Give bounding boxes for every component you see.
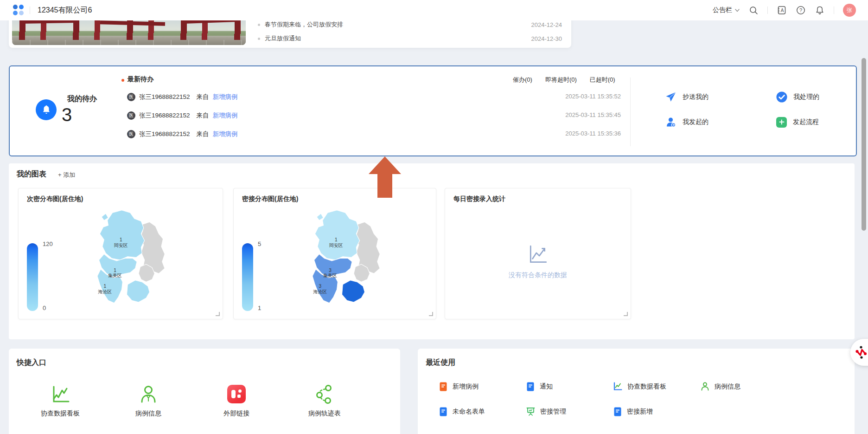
todo-row-link[interactable]: 新增病例 (213, 130, 238, 138)
company-title: 12345有限公司6 (38, 6, 92, 15)
quick-item-dashboard[interactable]: 协查数据看板 (32, 383, 88, 418)
empty-text: 没有符合条件的数据 (445, 271, 631, 279)
chart-card-mijie-map: 密接分布图(居住地) 5 1 1 同安区 3 集美区 3 (233, 188, 436, 319)
chart-card-cimi-map: 次密分布图(居住地) 120 0 1 同安区 1 集美区 1 (18, 188, 223, 319)
legend-min: 1 (258, 304, 261, 311)
top-bar: 12345有限公司6 公告栏 A ? 张 (0, 0, 868, 20)
my-todo-card: 我的待办 3 最新待办 医 张三19688822152 来自 新增病例 医 张三… (9, 65, 857, 156)
legend-max: 5 (258, 240, 261, 247)
map-value-label: 3 (329, 268, 332, 273)
todo-bell-icon (36, 99, 57, 120)
todo-count[interactable]: 3 (62, 104, 72, 125)
recent-title: 最近使用 (426, 358, 455, 368)
map-islet (102, 214, 108, 220)
map-name-label: 集美区 (108, 273, 122, 278)
search-icon[interactable] (748, 5, 759, 15)
todo-row[interactable]: 医 张三19688822152 来自 新增病例 (127, 130, 238, 139)
map-region-siming (127, 280, 149, 302)
send-icon (665, 91, 677, 103)
add-chart-button[interactable]: + 添加 (58, 171, 75, 179)
resize-handle-icon[interactable] (429, 312, 433, 316)
doc-blue-icon (526, 382, 535, 392)
chart-title: 次密分布图(居住地) (27, 195, 83, 203)
divider (30, 6, 30, 14)
check-circle-icon (776, 91, 787, 103)
todo-row[interactable]: 医 张三19688822152 来自 新增病例 (127, 111, 238, 120)
tab-timed-out[interactable]: 已超时(0) (590, 76, 615, 84)
resize-handle-icon[interactable] (216, 312, 220, 316)
todo-row-time: 2025-03-11 15:35:45 (542, 111, 621, 118)
map-islet (317, 214, 324, 220)
quick-entry-title: 快捷入口 (17, 358, 46, 368)
todo-app-badge-icon: 医 (127, 93, 135, 101)
notice-title: 春节假期来临，公司放假安排 (265, 20, 343, 29)
bullet-icon (258, 24, 260, 26)
recent-item-contact-mgmt[interactable]: 密接管理 (526, 407, 566, 416)
todo-app-badge-icon: 医 (127, 111, 135, 120)
chart-card-daily-stats: 每日密接录入统计 没有符合条件的数据 (445, 188, 631, 319)
todo-row-link[interactable]: 新增病例 (213, 111, 238, 120)
quick-item-track-table[interactable]: 病例轨迹表 (297, 383, 352, 418)
todo-row-name: 张三19688822152 (139, 111, 190, 120)
legend-min: 0 (43, 304, 46, 311)
divider (767, 6, 768, 14)
notice-list: 春节假期来临，公司放假安排 2024-12-24 元旦放假通知 2024-12-… (258, 18, 562, 45)
tab-about-to-timeout[interactable]: 即将超时(0) (545, 76, 577, 84)
map-name-label: 海沧区 (313, 289, 327, 294)
recent-item-unnamed-form[interactable]: 未命名表单 (439, 407, 485, 417)
doc-orange-icon (439, 382, 448, 392)
banner-photo[interactable] (12, 17, 246, 45)
help-icon[interactable]: ? (796, 5, 806, 15)
notice-date: 2024-12-24 (531, 21, 562, 28)
announcement-dropdown[interactable]: 公告栏 (713, 6, 740, 14)
network-logo-icon (855, 346, 868, 359)
board-green-icon (526, 407, 536, 416)
app-logo-icon[interactable] (13, 5, 24, 15)
todo-row-link[interactable]: 新增病例 (213, 93, 238, 101)
map-name-label: 同安区 (329, 243, 343, 248)
recent-item-notice[interactable]: 通知 (526, 382, 553, 392)
page-scrollbar[interactable] (862, 58, 866, 231)
map-region-siming (342, 280, 364, 302)
chart-title: 每日密接录入统计 (453, 195, 505, 203)
bullet-icon (258, 38, 260, 40)
notification-bell-icon[interactable] (815, 5, 825, 15)
map-value-label: 3 (319, 284, 321, 289)
divider (630, 78, 631, 146)
announcement-label: 公告栏 (713, 6, 732, 14)
quick-item-case-info[interactable]: 病例信息 (121, 383, 176, 418)
todo-app-badge-icon: 医 (127, 130, 135, 138)
recent-item-new-case[interactable]: 新增病例 (439, 382, 479, 392)
notice-date: 2024-12-30 (531, 35, 562, 42)
initiated-by-me-button[interactable]: 我发起的 (665, 110, 776, 135)
notice-item[interactable]: 元旦放假通知 2024-12-30 (258, 32, 562, 45)
todo-tabs: 催办(0) 即将超时(0) 已超时(0) (513, 76, 615, 84)
quick-item-external-link[interactable]: 外部链接 (209, 383, 264, 418)
recent-item-contact-new[interactable]: 密接新增 (613, 407, 653, 417)
start-process-button[interactable]: 发起流程 (776, 110, 868, 135)
recent-item-case-info[interactable]: 病例信息 (700, 382, 740, 391)
doc-blue-icon (439, 407, 448, 417)
svg-text:?: ? (799, 7, 802, 13)
map-value-label: 1 (335, 237, 338, 242)
todo-row-from: 来自 (197, 93, 209, 101)
recent-item-dashboard[interactable]: 协查数据看板 (613, 382, 666, 391)
todo-row-from: 来自 (197, 111, 209, 120)
person-outline-icon (121, 383, 176, 405)
tab-urge[interactable]: 催办(0) (513, 76, 532, 84)
cc-to-me-button[interactable]: 抄送我的 (665, 84, 776, 110)
translate-icon[interactable]: A (777, 5, 787, 15)
todo-title: 我的待办 (67, 94, 97, 104)
empty-state: 没有符合条件的数据 (445, 244, 631, 279)
todo-row-name: 张三19688822152 (139, 93, 190, 101)
todo-quick-actions: 抄送我的 我处理的 我发起的 发起流程 (665, 84, 868, 135)
todo-row[interactable]: 医 张三19688822152 来自 新增病例 (127, 92, 238, 102)
map-name-label: 海沧区 (98, 289, 112, 294)
route-nodes-icon (297, 383, 352, 405)
user-avatar[interactable]: 张 (843, 4, 856, 17)
handled-by-me-button[interactable]: 我处理的 (776, 84, 868, 110)
mini-person-green-icon (700, 382, 710, 391)
resize-handle-icon[interactable] (624, 312, 628, 316)
chevron-down-icon (735, 9, 740, 12)
tutorial-arrow-up (369, 156, 401, 200)
